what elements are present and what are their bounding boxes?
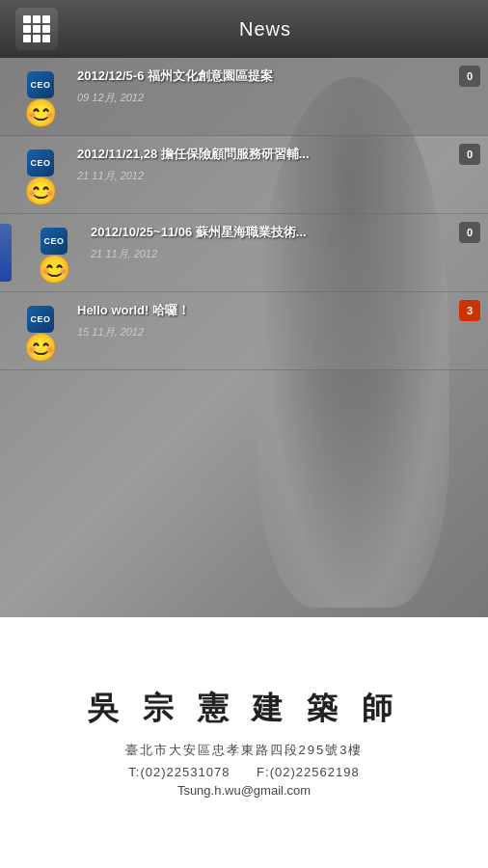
news-text-block: 2012/12/5-6 福州文化創意園區提案 09 12月, 2012	[77, 68, 476, 105]
news-text-block: 2012/10/25~11/06 蘇州星海職業技術... 21 11月, 201…	[91, 224, 476, 261]
emoji-avatar: 😊	[38, 257, 71, 284]
email: Tsung.h.wu@gmail.com	[177, 783, 311, 798]
news-item[interactable]: CEO 😊 2012/10/25~11/06 蘇州星海職業技術... 21 11…	[0, 214, 488, 292]
news-text-block: Hello world! 哈囉！ 15 11月, 2012	[77, 302, 476, 339]
header-title: News	[58, 18, 473, 41]
ceo-badge: CEO	[27, 149, 54, 176]
news-feed: CEO 😊 2012/12/5-6 福州文化創意園區提案 09 12月, 201…	[0, 58, 488, 675]
emoji-avatar: 😊	[24, 335, 58, 362]
ceo-badge: CEO	[27, 71, 54, 98]
fax: F:(02)22562198	[257, 765, 360, 779]
phone-fax: T:(02)22531078 F:(02)22562198	[128, 765, 359, 779]
grid-menu-button[interactable]	[15, 8, 58, 50]
avatar-group: CEO 😊	[12, 71, 69, 127]
avatar-group: CEO 😊	[25, 228, 83, 284]
news-date: 15 11月, 2012	[77, 325, 476, 339]
news-item[interactable]: CEO 😊 2012/12/5-6 福州文化創意園區提案 09 12月, 201…	[0, 58, 488, 136]
avatar-group: CEO 😊	[12, 306, 69, 362]
footer: 吳 宗 憲 建 築 師 臺北市大安區忠孝東路四段295號3樓 T:(02)225…	[0, 617, 488, 868]
comment-badge-highlight: 3	[459, 300, 480, 321]
side-tab-indicator	[0, 224, 12, 282]
avatar-group: CEO 😊	[12, 149, 69, 205]
news-title: 2012/10/25~11/06 蘇州星海職業技術...	[91, 224, 476, 241]
emoji-avatar: 😊	[24, 100, 58, 127]
architect-name: 吳 宗 憲 建 築 師	[88, 688, 400, 730]
news-text-block: 2012/11/21,28 擔任保險顧問服務研習輔... 21 11月, 201…	[77, 146, 476, 183]
grid-icon	[23, 15, 50, 42]
comment-badge: 0	[459, 66, 480, 87]
header: News	[0, 0, 488, 58]
comment-badge: 0	[459, 144, 480, 165]
ceo-badge: CEO	[27, 306, 54, 333]
ceo-badge: CEO	[41, 228, 68, 255]
news-date: 21 11月, 2012	[77, 169, 476, 183]
comment-badge: 0	[459, 222, 480, 243]
news-item[interactable]: CEO 😊 Hello world! 哈囉！ 15 11月, 2012 3	[0, 292, 488, 370]
news-title: 2012/11/21,28 擔任保險顧問服務研習輔...	[77, 146, 476, 163]
news-title: 2012/12/5-6 福州文化創意園區提案	[77, 68, 476, 85]
phone: T:(02)22531078	[128, 765, 230, 779]
news-title: Hello world! 哈囉！	[77, 302, 476, 319]
news-date: 09 12月, 2012	[77, 91, 476, 105]
news-item[interactable]: CEO 😊 2012/11/21,28 擔任保險顧問服務研習輔... 21 11…	[0, 136, 488, 214]
emoji-avatar: 😊	[24, 178, 58, 205]
address: 臺北市大安區忠孝東路四段295號3樓	[125, 742, 364, 759]
news-date: 21 11月, 2012	[91, 247, 476, 261]
